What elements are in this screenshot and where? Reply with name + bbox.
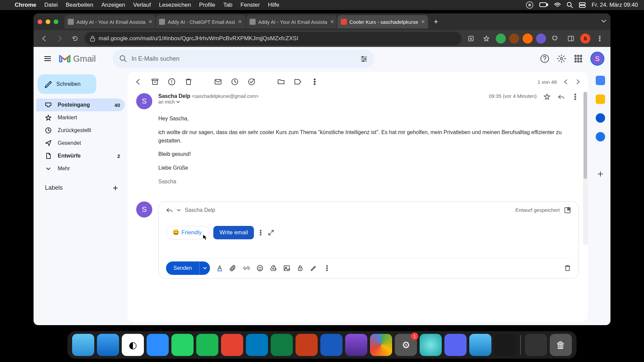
menu-bearbeiten[interactable]: Bearbeiten — [62, 2, 97, 8]
record-icon[interactable] — [526, 1, 533, 9]
my-avatar[interactable]: S — [136, 201, 152, 218]
snooze-icon[interactable] — [231, 78, 239, 86]
insert-link-icon[interactable] — [243, 264, 250, 272]
dock-trello[interactable] — [246, 334, 268, 356]
menu-verlauf[interactable]: Verlauf — [129, 2, 155, 8]
compose-button[interactable]: Schreiben — [38, 74, 96, 94]
scrollbar[interactable] — [583, 92, 588, 245]
discard-draft-icon[interactable] — [564, 264, 571, 272]
tab-1[interactable]: Addy AI - Your AI Email Assista✕ — [64, 15, 155, 28]
sender-avatar[interactable]: S — [136, 93, 152, 109]
label-icon[interactable] — [294, 78, 302, 86]
insert-image-icon[interactable] — [283, 264, 290, 272]
dock-voicememos[interactable] — [494, 334, 516, 356]
more-vert-icon[interactable] — [311, 78, 319, 86]
menu-fenster[interactable]: Fenster — [236, 2, 264, 8]
settings-gear-icon[interactable] — [557, 54, 566, 63]
menu-anzeigen[interactable]: Anzeigen — [97, 2, 129, 8]
add-addon-icon[interactable] — [597, 170, 604, 178]
menubar-clock[interactable]: Fr. 24. März 09:40 — [592, 2, 638, 8]
star-icon[interactable] — [543, 93, 551, 101]
nav-drafts[interactable]: Entwürfe 2 — [36, 149, 125, 162]
extension-1-icon[interactable] — [496, 34, 506, 44]
dock-zoom[interactable] — [147, 334, 169, 356]
wifi-icon[interactable] — [554, 2, 561, 8]
dock-siri[interactable] — [420, 334, 442, 356]
tab-2[interactable]: Addy AI - ChatGPT Email Assi✕ — [156, 15, 246, 28]
app-menu[interactable]: Chrome — [11, 2, 40, 8]
dock-powerpoint[interactable] — [296, 334, 318, 356]
gmail-logo[interactable]: Gmail — [59, 54, 96, 64]
dock-safari[interactable] — [97, 334, 119, 356]
close-tab-icon[interactable]: ✕ — [330, 19, 334, 25]
menu-tab[interactable]: Tab — [219, 2, 236, 8]
dock-spotify[interactable] — [196, 334, 218, 356]
dock-finder[interactable] — [72, 334, 94, 356]
contacts-addon-icon[interactable] — [596, 132, 605, 141]
nav-snoozed[interactable]: Zurückgestellt — [36, 124, 125, 137]
expand-icon[interactable] — [267, 229, 275, 236]
close-tab-icon[interactable]: ✕ — [421, 19, 425, 25]
reload-button[interactable] — [69, 33, 81, 45]
calendar-addon-icon[interactable] — [596, 76, 605, 85]
archive-icon[interactable] — [151, 78, 159, 86]
dock-trash[interactable]: 🗑 — [550, 334, 572, 356]
emoji-icon[interactable] — [256, 264, 264, 272]
battery-icon[interactable] — [539, 2, 548, 8]
signature-pen-icon[interactable] — [310, 264, 317, 272]
close-tab-icon[interactable]: ✕ — [148, 19, 153, 25]
reply-recipient[interactable]: Sascha Delp — [185, 207, 215, 213]
move-to-icon[interactable] — [277, 78, 285, 86]
add-label-icon[interactable] — [112, 185, 119, 191]
tasks-addon-icon[interactable] — [596, 113, 605, 123]
keep-addon-icon[interactable] — [596, 95, 605, 104]
more-vert-icon[interactable] — [257, 229, 264, 236]
tune-icon[interactable] — [360, 55, 368, 62]
support-icon[interactable] — [540, 54, 549, 63]
send-options-dropdown[interactable] — [199, 261, 210, 275]
attach-icon[interactable] — [229, 264, 237, 272]
tabs-dropdown[interactable] — [601, 18, 606, 25]
chrome-menu-icon[interactable] — [594, 33, 606, 45]
tone-chip-friendly[interactable]: 😄 Friendly — [166, 226, 210, 239]
search-bar[interactable]: In E-Mails suchen — [113, 50, 374, 68]
minimize-window[interactable] — [46, 19, 50, 24]
dock-quicktime[interactable] — [469, 334, 491, 356]
mail-unread-icon[interactable] — [214, 78, 222, 86]
format-icon[interactable] — [216, 264, 223, 272]
add-task-icon[interactable] — [248, 78, 256, 86]
control-center-icon[interactable] — [579, 2, 586, 8]
url-field[interactable]: mail.google.com/mail/u/1/#inbox/QgrcJHrh… — [85, 32, 462, 45]
to-line[interactable]: an mich — [158, 99, 483, 105]
dock-systemsettings[interactable]: ⚙︎1 — [395, 334, 417, 356]
back-button[interactable] — [38, 33, 50, 45]
close-window[interactable] — [38, 19, 42, 24]
forward-button[interactable] — [54, 33, 66, 45]
dock-discord[interactable] — [444, 334, 467, 356]
fullscreen-window[interactable] — [54, 19, 58, 24]
dock-todoist[interactable] — [221, 334, 243, 356]
more-vert-icon[interactable] — [572, 93, 579, 101]
spam-icon[interactable] — [168, 78, 176, 86]
confidential-lock-icon[interactable] — [297, 264, 304, 272]
reply-icon[interactable] — [166, 207, 173, 214]
chevron-down-icon[interactable] — [177, 208, 181, 212]
menu-lesezeichen[interactable]: Lesezeichen — [155, 2, 195, 8]
prev-page-icon[interactable] — [563, 79, 569, 85]
drive-icon[interactable] — [270, 264, 277, 272]
apps-grid-icon[interactable] — [574, 54, 583, 63]
reply-icon[interactable] — [557, 93, 565, 101]
sidepanel-icon[interactable] — [565, 33, 577, 45]
dock-googledrive[interactable] — [370, 334, 392, 356]
new-tab-button[interactable]: + — [431, 16, 441, 27]
write-email-button[interactable]: Write email — [213, 226, 254, 239]
dock-excel[interactable] — [271, 334, 293, 356]
extension-3-icon[interactable] — [523, 34, 533, 44]
menu-icon[interactable] — [40, 51, 56, 67]
scrollbar-thumb[interactable] — [584, 92, 587, 179]
dock-imovie[interactable] — [345, 334, 367, 356]
dock-app-generic[interactable] — [525, 334, 547, 356]
tab-3[interactable]: Addy AI - Your AI Email Assista✕ — [246, 15, 337, 28]
nav-more[interactable]: Mehr — [36, 162, 125, 175]
dock-word[interactable] — [320, 334, 342, 356]
